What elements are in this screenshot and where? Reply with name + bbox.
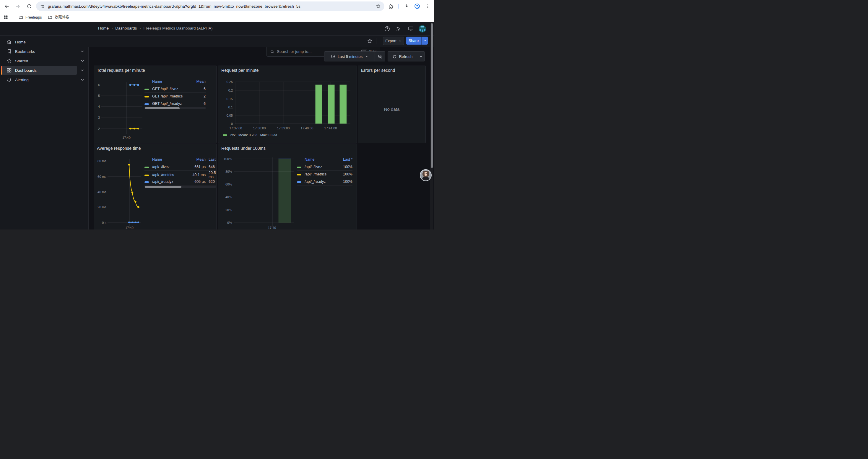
bookmark-folder-blogs[interactable]: 收藏博客 [48, 15, 69, 20]
series-chip [297, 167, 301, 168]
svg-text:0: 0 [231, 122, 233, 126]
bookmarks-bar: Freeleaps 收藏博客 [0, 12, 434, 23]
no-data-message: No data [358, 107, 426, 112]
kiosk-mode-button[interactable] [408, 26, 414, 32]
browser-toolbar: grafana.mathmast.com/d/deytv4rwavabkb/fr… [0, 0, 434, 12]
chevron-down-icon[interactable] [80, 58, 85, 64]
legend-column-last[interactable]: Last * [335, 157, 352, 162]
bookmarks-divider [12, 15, 12, 20]
site-settings-icon[interactable] [40, 4, 45, 9]
series-chip [223, 134, 227, 136]
forward-button[interactable] [13, 1, 23, 11]
svg-text:100%: 100% [224, 157, 232, 161]
refresh-interval-button[interactable] [417, 52, 425, 61]
refresh-icon [392, 54, 397, 59]
svg-text:20%: 20% [225, 208, 232, 212]
breadcrumb-home[interactable]: Home [98, 26, 109, 30]
star-icon [6, 58, 12, 64]
svg-text:17:40:00: 17:40:00 [301, 126, 313, 130]
page-scrollbar-thumb[interactable] [431, 23, 433, 168]
floating-assistant-avatar[interactable] [420, 169, 432, 181]
breadcrumb-separator-icon: › [137, 26, 143, 30]
bookmark-folder-freeleaps[interactable]: Freeleaps [18, 15, 42, 20]
reload-icon [27, 4, 32, 9]
chevron-down-icon[interactable] [80, 67, 85, 73]
legend-column-last[interactable]: Last * [206, 157, 217, 162]
grafana-header: Home › Dashboards › Freeleaps Metrics Da… [0, 22, 434, 36]
legend-column-name[interactable]: Name [305, 157, 335, 162]
forward-icon [15, 4, 21, 9]
back-icon [4, 4, 9, 9]
series-chip [145, 103, 149, 105]
legend: 2xx Mean: 0.233 Max: 0.233 [223, 133, 277, 137]
svg-text:3: 3 [98, 116, 100, 119]
legend-row[interactable]: GET /api/_/metrics2 [145, 93, 206, 100]
breadcrumb-current: Freeleaps Metrics Dashboard (ALPHA) [144, 26, 213, 30]
svg-text:40%: 40% [225, 195, 232, 199]
help-button[interactable] [384, 26, 390, 32]
legend-row[interactable]: /api/_/metrics100% [297, 171, 352, 178]
legend-column-name[interactable]: Name [152, 157, 187, 162]
user-avatar[interactable] [418, 25, 426, 32]
svg-text:20 ms: 20 ms [97, 205, 106, 209]
legend-row[interactable]: GET /api/_/readyz6 [145, 100, 206, 107]
url-bar[interactable]: grafana.mathmast.com/d/deytv4rwavabkb/fr… [36, 1, 384, 11]
legend-row[interactable]: /api/_/livez661 µs646 µs [145, 163, 217, 171]
chevron-down-icon [398, 39, 402, 43]
series-name[interactable]: 2xx [230, 133, 236, 137]
chevron-down-icon[interactable] [80, 48, 85, 54]
back-button[interactable] [1, 1, 11, 11]
legend-column-mean[interactable]: Mean [188, 79, 206, 84]
sidebar-item-dashboards[interactable]: Dashboards [1, 66, 77, 75]
folder-icon [18, 15, 23, 20]
favorite-star-icon[interactable] [367, 38, 373, 44]
legend-row[interactable]: /api/_/livez100% [297, 163, 352, 171]
svg-text:17:37:00: 17:37:00 [229, 126, 242, 130]
downloads-button[interactable] [402, 1, 411, 11]
panel-title[interactable]: Errors per second [361, 68, 395, 73]
chevron-down-icon[interactable] [80, 77, 85, 83]
avatar-pixel-art [421, 26, 424, 28]
svg-text:0.25: 0.25 [226, 80, 233, 84]
svg-text:0.15: 0.15 [226, 97, 233, 101]
series-chip [145, 167, 149, 168]
legend-row[interactable]: /api/_/readyz100% [297, 178, 352, 186]
series-chip [297, 174, 301, 175]
extensions-button[interactable] [386, 1, 396, 11]
zoom-out-button[interactable] [375, 52, 385, 61]
time-range-picker[interactable]: Last 5 minutes [324, 52, 375, 61]
rss-icon [396, 26, 402, 32]
sidebar-item-alerting[interactable]: Alerting [1, 75, 77, 84]
refresh-button[interactable]: Refresh [388, 52, 417, 61]
legend-row[interactable]: GET /api/_/livez6 [145, 85, 206, 93]
sidebar-item-bookmarks[interactable]: Bookmarks [1, 47, 77, 56]
svg-text:0 s: 0 s [102, 221, 106, 225]
download-icon [404, 4, 409, 9]
svg-text:2: 2 [98, 127, 100, 131]
menu-button[interactable] [423, 1, 433, 11]
reload-button[interactable] [24, 1, 34, 11]
bookmark-star-icon[interactable] [375, 4, 381, 9]
browser-window: grafana.mathmast.com/d/deytv4rwavabkb/fr… [0, 0, 434, 230]
legend-scrollbar[interactable] [145, 107, 206, 109]
apps-button[interactable] [3, 15, 8, 20]
share-button[interactable]: Share [406, 37, 421, 44]
zoom-out-icon [378, 54, 382, 59]
chevron-down-icon [365, 55, 368, 58]
sidebar-item-home[interactable]: Home [1, 37, 77, 46]
legend-row[interactable]: /api/_/readyz605 µs620 µs [145, 178, 217, 186]
sidebar-item-starred[interactable]: Starred [1, 57, 77, 65]
legend-scrollbar[interactable] [145, 186, 216, 188]
svg-text:17:39:00: 17:39:00 [277, 126, 290, 130]
legend-column-mean[interactable]: Mean [187, 157, 206, 162]
legend-column-name[interactable]: Name [152, 79, 188, 84]
breadcrumb-dashboards[interactable]: Dashboards [115, 26, 137, 30]
kebab-menu-icon [426, 4, 430, 8]
series-chip [145, 89, 149, 90]
profile-button[interactable] [412, 1, 422, 11]
svg-text:60 ms: 60 ms [97, 175, 106, 178]
news-button[interactable] [396, 26, 402, 32]
share-menu-button[interactable] [421, 37, 428, 44]
export-button[interactable]: Export [383, 37, 404, 45]
legend-row[interactable]: /api/_/metrics40.1 ms20.5 ms [145, 171, 217, 178]
